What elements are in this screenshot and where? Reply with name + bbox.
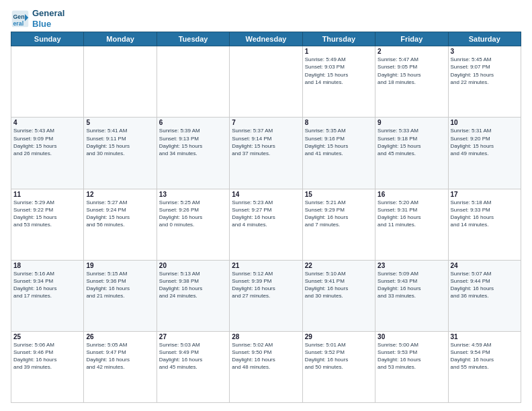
day-info: Sunrise: 5:16 AM Sunset: 9:34 PM Dayligh… [13, 270, 81, 300]
calendar-cell: 28Sunrise: 5:02 AM Sunset: 9:50 PM Dayli… [230, 331, 302, 402]
day-info: Sunrise: 5:09 AM Sunset: 9:43 PM Dayligh… [378, 270, 445, 300]
day-number: 16 [378, 191, 445, 198]
day-number: 4 [13, 119, 81, 126]
calendar-day-header: Tuesday [157, 32, 229, 46]
calendar-cell: 24Sunrise: 5:07 AM Sunset: 9:44 PM Dayli… [448, 260, 521, 331]
day-info: Sunrise: 5:12 AM Sunset: 9:39 PM Dayligh… [232, 270, 300, 300]
day-info: Sunrise: 5:18 AM Sunset: 9:33 PM Dayligh… [451, 199, 519, 229]
day-info: Sunrise: 5:41 AM Sunset: 9:11 PM Dayligh… [86, 127, 154, 157]
day-number: 17 [451, 191, 519, 198]
calendar-cell: 20Sunrise: 5:13 AM Sunset: 9:38 PM Dayli… [157, 260, 229, 331]
day-number: 28 [232, 333, 300, 340]
calendar-cell: 2Sunrise: 5:47 AM Sunset: 9:05 PM Daylig… [375, 46, 448, 118]
day-info: Sunrise: 5:25 AM Sunset: 9:26 PM Dayligh… [159, 199, 227, 229]
calendar-cell: 23Sunrise: 5:09 AM Sunset: 9:43 PM Dayli… [375, 260, 448, 331]
calendar-cell: 21Sunrise: 5:12 AM Sunset: 9:39 PM Dayli… [230, 260, 302, 331]
day-number: 26 [86, 333, 154, 340]
day-info: Sunrise: 5:01 AM Sunset: 9:52 PM Dayligh… [305, 341, 373, 371]
day-info: Sunrise: 5:37 AM Sunset: 9:14 PM Dayligh… [232, 127, 300, 157]
logo-text: General Blue [32, 8, 64, 29]
calendar-cell: 15Sunrise: 5:21 AM Sunset: 9:29 PM Dayli… [302, 189, 375, 260]
calendar-day-header: Monday [84, 32, 157, 46]
calendar-week-row: 4Sunrise: 5:43 AM Sunset: 9:09 PM Daylig… [11, 118, 521, 189]
day-number: 14 [232, 191, 300, 198]
day-number: 2 [378, 48, 445, 55]
calendar-table: SundayMondayTuesdayWednesdayThursdayFrid… [11, 32, 521, 403]
calendar-cell: 27Sunrise: 5:03 AM Sunset: 9:49 PM Dayli… [157, 331, 229, 402]
day-number: 15 [305, 191, 373, 198]
calendar-cell: 11Sunrise: 5:29 AM Sunset: 9:22 PM Dayli… [11, 189, 84, 260]
calendar-day-header: Saturday [448, 32, 521, 46]
calendar-week-row: 25Sunrise: 5:06 AM Sunset: 9:46 PM Dayli… [11, 331, 521, 402]
calendar-cell: 4Sunrise: 5:43 AM Sunset: 9:09 PM Daylig… [11, 118, 84, 189]
day-info: Sunrise: 5:13 AM Sunset: 9:38 PM Dayligh… [159, 270, 227, 300]
day-number: 22 [305, 262, 373, 269]
calendar-cell: 7Sunrise: 5:37 AM Sunset: 9:14 PM Daylig… [230, 118, 302, 189]
day-number: 9 [378, 119, 445, 126]
day-number: 29 [305, 333, 373, 340]
day-info: Sunrise: 4:59 AM Sunset: 9:54 PM Dayligh… [451, 341, 519, 371]
day-info: Sunrise: 5:39 AM Sunset: 9:13 PM Dayligh… [159, 127, 227, 157]
calendar-cell [84, 46, 157, 118]
calendar-cell: 31Sunrise: 4:59 AM Sunset: 9:54 PM Dayli… [448, 331, 521, 402]
day-number: 18 [13, 262, 81, 269]
calendar-cell: 3Sunrise: 5:45 AM Sunset: 9:07 PM Daylig… [448, 46, 521, 118]
calendar-cell: 6Sunrise: 5:39 AM Sunset: 9:13 PM Daylig… [157, 118, 229, 189]
logo: Gen eral General Blue [11, 8, 64, 29]
day-number: 30 [378, 333, 445, 340]
calendar-cell: 13Sunrise: 5:25 AM Sunset: 9:26 PM Dayli… [157, 189, 229, 260]
day-number: 19 [86, 262, 154, 269]
logo-icon: Gen eral [11, 9, 30, 28]
calendar-cell: 14Sunrise: 5:23 AM Sunset: 9:27 PM Dayli… [230, 189, 302, 260]
svg-text:eral: eral [13, 19, 24, 26]
calendar-cell [157, 46, 229, 118]
day-info: Sunrise: 5:23 AM Sunset: 9:27 PM Dayligh… [232, 199, 300, 229]
calendar-cell: 10Sunrise: 5:31 AM Sunset: 9:20 PM Dayli… [448, 118, 521, 189]
calendar-day-header: Sunday [11, 32, 84, 46]
day-number: 12 [86, 191, 154, 198]
day-number: 1 [305, 48, 373, 55]
calendar-cell: 19Sunrise: 5:15 AM Sunset: 9:36 PM Dayli… [84, 260, 157, 331]
calendar-cell: 8Sunrise: 5:35 AM Sunset: 9:16 PM Daylig… [302, 118, 375, 189]
calendar-cell: 18Sunrise: 5:16 AM Sunset: 9:34 PM Dayli… [11, 260, 84, 331]
day-info: Sunrise: 5:00 AM Sunset: 9:53 PM Dayligh… [378, 341, 445, 371]
calendar-cell: 9Sunrise: 5:33 AM Sunset: 9:18 PM Daylig… [375, 118, 448, 189]
day-number: 23 [378, 262, 445, 269]
day-info: Sunrise: 5:27 AM Sunset: 9:24 PM Dayligh… [86, 199, 154, 229]
day-info: Sunrise: 5:05 AM Sunset: 9:47 PM Dayligh… [86, 341, 154, 371]
day-number: 6 [159, 119, 227, 126]
day-number: 10 [451, 119, 519, 126]
calendar-cell: 12Sunrise: 5:27 AM Sunset: 9:24 PM Dayli… [84, 189, 157, 260]
day-number: 31 [451, 333, 519, 340]
day-info: Sunrise: 5:49 AM Sunset: 9:03 PM Dayligh… [305, 56, 373, 86]
calendar-cell: 5Sunrise: 5:41 AM Sunset: 9:11 PM Daylig… [84, 118, 157, 189]
day-number: 5 [86, 119, 154, 126]
svg-text:Gen: Gen [13, 13, 25, 20]
calendar-week-row: 11Sunrise: 5:29 AM Sunset: 9:22 PM Dayli… [11, 189, 521, 260]
day-number: 11 [13, 191, 81, 198]
calendar-cell: 17Sunrise: 5:18 AM Sunset: 9:33 PM Dayli… [448, 189, 521, 260]
day-number: 20 [159, 262, 227, 269]
day-info: Sunrise: 5:20 AM Sunset: 9:31 PM Dayligh… [378, 199, 445, 229]
day-info: Sunrise: 5:07 AM Sunset: 9:44 PM Dayligh… [451, 270, 519, 300]
day-info: Sunrise: 5:29 AM Sunset: 9:22 PM Dayligh… [13, 199, 81, 229]
calendar-cell: 16Sunrise: 5:20 AM Sunset: 9:31 PM Dayli… [375, 189, 448, 260]
calendar-cell: 30Sunrise: 5:00 AM Sunset: 9:53 PM Dayli… [375, 331, 448, 402]
day-number: 27 [159, 333, 227, 340]
calendar-cell [11, 46, 84, 118]
day-number: 3 [451, 48, 519, 55]
calendar-cell: 29Sunrise: 5:01 AM Sunset: 9:52 PM Dayli… [302, 331, 375, 402]
calendar-cell: 25Sunrise: 5:06 AM Sunset: 9:46 PM Dayli… [11, 331, 84, 402]
day-number: 21 [232, 262, 300, 269]
day-info: Sunrise: 5:02 AM Sunset: 9:50 PM Dayligh… [232, 341, 300, 371]
calendar-day-header: Friday [375, 32, 448, 46]
calendar-cell: 26Sunrise: 5:05 AM Sunset: 9:47 PM Dayli… [84, 331, 157, 402]
calendar-cell: 1Sunrise: 5:49 AM Sunset: 9:03 PM Daylig… [302, 46, 375, 118]
day-info: Sunrise: 5:21 AM Sunset: 9:29 PM Dayligh… [305, 199, 373, 229]
day-info: Sunrise: 5:10 AM Sunset: 9:41 PM Dayligh… [305, 270, 373, 300]
day-info: Sunrise: 5:33 AM Sunset: 9:18 PM Dayligh… [378, 127, 445, 157]
day-info: Sunrise: 5:31 AM Sunset: 9:20 PM Dayligh… [451, 127, 519, 157]
calendar-day-header: Wednesday [230, 32, 302, 46]
day-info: Sunrise: 5:06 AM Sunset: 9:46 PM Dayligh… [13, 341, 81, 371]
day-info: Sunrise: 5:35 AM Sunset: 9:16 PM Dayligh… [305, 127, 373, 157]
